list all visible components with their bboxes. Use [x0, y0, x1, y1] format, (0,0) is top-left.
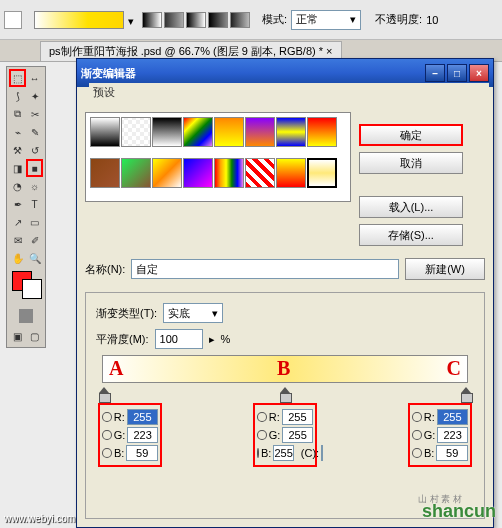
save-button[interactable]: 存储(S)...	[359, 224, 463, 246]
shape-tool[interactable]: ▭	[26, 213, 43, 231]
smoothness-arrow-icon[interactable]: ▸	[209, 333, 215, 346]
eraser-tool[interactable]: ◨	[9, 159, 26, 177]
quickmask-button[interactable]	[19, 309, 33, 323]
gradient-tool[interactable]: ■	[26, 159, 43, 177]
crop-tool[interactable]: ⧉	[9, 105, 26, 123]
input-location[interactable]	[321, 445, 323, 461]
preset-swatch[interactable]	[121, 117, 151, 147]
healing-tool[interactable]: ⌁	[9, 123, 26, 141]
color-swatch[interactable]	[10, 271, 42, 293]
blur-tool[interactable]: ◔	[9, 177, 26, 195]
eyedropper-tool[interactable]: ✐	[26, 231, 43, 249]
dropdown-icon[interactable]: ▾	[128, 15, 138, 25]
dodge-tool[interactable]: ☼	[26, 177, 43, 195]
type-tool[interactable]: T	[26, 195, 43, 213]
radio-r[interactable]	[412, 412, 422, 422]
preset-swatch[interactable]	[183, 117, 213, 147]
marquee-tool[interactable]: ⬚	[9, 69, 26, 87]
screen-mode-2[interactable]: ▢	[26, 327, 43, 345]
gradient-editor-dialog: 渐变编辑器 – □ × 预设	[76, 58, 494, 528]
preset-swatch[interactable]	[214, 117, 244, 147]
preset-swatch[interactable]	[90, 158, 120, 188]
hand-tool[interactable]: ✋	[9, 249, 26, 267]
preset-swatch[interactable]	[152, 158, 182, 188]
load-button[interactable]: 载入(L)...	[359, 196, 463, 218]
radio-b[interactable]	[257, 448, 259, 458]
gradient-type-buttons	[142, 12, 250, 28]
preset-swatch[interactable]	[152, 117, 182, 147]
gradient-bar[interactable]: A B C	[102, 355, 468, 383]
input-c-g[interactable]: 223	[437, 427, 468, 443]
background-color[interactable]	[22, 279, 42, 299]
opacity-label: 不透明度:	[375, 12, 422, 27]
zoom-tool[interactable]: 🔍	[26, 249, 43, 267]
preset-swatch[interactable]	[183, 158, 213, 188]
notes-tool[interactable]: ✉	[9, 231, 26, 249]
preset-swatch[interactable]	[245, 158, 275, 188]
type-select[interactable]: 实底▾	[163, 303, 223, 323]
preset-swatch[interactable]	[214, 158, 244, 188]
name-row: 名称(N): 自定 新建(W)	[85, 258, 485, 280]
smoothness-input[interactable]: 100	[155, 329, 203, 349]
gradient-radial-button[interactable]	[164, 12, 184, 28]
preset-swatch[interactable]	[307, 117, 337, 147]
screen-mode-1[interactable]: ▣	[9, 327, 26, 345]
brush-tool[interactable]: ✎	[26, 123, 43, 141]
path-tool[interactable]: ↗	[9, 213, 26, 231]
preset-grid[interactable]	[85, 112, 351, 202]
color-stop-a[interactable]	[99, 388, 109, 398]
input-a-b[interactable]: 59	[126, 445, 158, 461]
slice-tool[interactable]: ✂	[26, 105, 43, 123]
gradient-reflected-button[interactable]	[208, 12, 228, 28]
rgb-row: R:255 G:223 B:59 R:255 G:255 B:255 (C): …	[96, 403, 474, 467]
input-b-b[interactable]: 255	[273, 445, 293, 461]
rgb-group-b: R:255 G:255 B:255 (C):	[253, 403, 317, 467]
history-brush-tool[interactable]: ↺	[26, 141, 43, 159]
dialog-body: 预设 确定 取消	[77, 87, 493, 527]
input-a-g[interactable]: 223	[127, 427, 158, 443]
name-input[interactable]: 自定	[131, 259, 399, 279]
preset-swatch[interactable]	[245, 117, 275, 147]
gradient-diamond-button[interactable]	[230, 12, 250, 28]
mode-select[interactable]: 正常 ▾	[291, 10, 361, 30]
preset-swatch[interactable]	[121, 158, 151, 188]
radio-b[interactable]	[412, 448, 422, 458]
minimize-button[interactable]: –	[425, 64, 445, 82]
tool-preset-button[interactable]	[4, 11, 22, 29]
percent-label: %	[221, 333, 231, 345]
chevron-down-icon: ▾	[212, 307, 218, 320]
cancel-button[interactable]: 取消	[359, 152, 463, 174]
maximize-button[interactable]: □	[447, 64, 467, 82]
preset-swatch[interactable]	[276, 158, 306, 188]
radio-g[interactable]	[257, 430, 267, 440]
annotation-b: B	[277, 357, 290, 380]
input-b-g[interactable]: 255	[282, 427, 313, 443]
ok-button[interactable]: 确定	[359, 124, 463, 146]
watermark-webyi: www.webyi.com	[4, 513, 75, 524]
wand-tool[interactable]: ✦	[26, 87, 43, 105]
stamp-tool[interactable]: ⚒	[9, 141, 26, 159]
input-a-r[interactable]: 255	[127, 409, 158, 425]
move-tool[interactable]: ↔	[26, 69, 43, 87]
radio-g[interactable]	[412, 430, 422, 440]
preset-swatch[interactable]	[307, 158, 337, 188]
radio-r[interactable]	[102, 412, 112, 422]
gradient-angle-button[interactable]	[186, 12, 206, 28]
preset-swatch[interactable]	[90, 117, 120, 147]
color-stop-c[interactable]	[461, 388, 471, 398]
input-c-b[interactable]: 59	[436, 445, 468, 461]
radio-g[interactable]	[102, 430, 112, 440]
color-stop-b[interactable]	[280, 388, 290, 398]
preset-swatch[interactable]	[276, 117, 306, 147]
input-c-r[interactable]: 255	[437, 409, 468, 425]
presets-label: 预设	[89, 83, 489, 102]
input-b-r[interactable]: 255	[282, 409, 313, 425]
pen-tool[interactable]: ✒	[9, 195, 26, 213]
lasso-tool[interactable]: ⟆	[9, 87, 26, 105]
radio-r[interactable]	[257, 412, 267, 422]
close-button[interactable]: ×	[469, 64, 489, 82]
radio-b[interactable]	[102, 448, 112, 458]
new-button[interactable]: 新建(W)	[405, 258, 485, 280]
gradient-preview-swatch[interactable]	[34, 11, 124, 29]
gradient-linear-button[interactable]	[142, 12, 162, 28]
